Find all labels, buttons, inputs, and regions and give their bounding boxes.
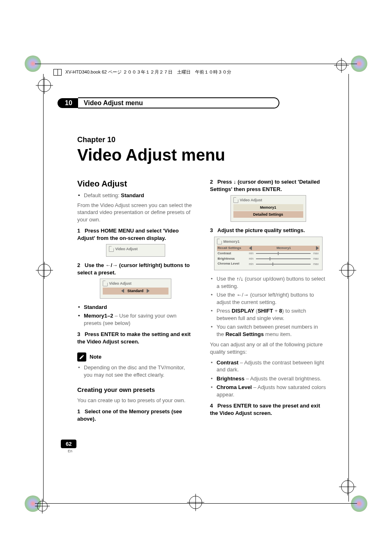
ui-row-memory1-label: Memory1 xyxy=(260,205,277,210)
preset-step-4-text: Press ENTER to save the preset and exit … xyxy=(210,403,320,416)
txt: Use the xyxy=(217,276,236,282)
note-text: Depending on the disc and the TV/monitor… xyxy=(77,364,194,378)
page-icon xyxy=(233,197,238,203)
ui-preset-value: Standard xyxy=(127,288,143,293)
step-number: 3 xyxy=(77,331,85,338)
page-title: Video Adjust menu xyxy=(77,146,326,164)
detail-recall-value: Memory1 xyxy=(254,246,314,251)
option-memory: Memory1–2 – Use for saving your own pres… xyxy=(77,312,194,327)
min-label: min xyxy=(249,257,254,260)
left-column: Video Adjust Default setting: Standard F… xyxy=(77,178,194,424)
registration-mark-icon xyxy=(341,480,354,493)
ui-mock-memory1-detail: Memory1 Recall Settings Memory1 Contrast… xyxy=(214,237,323,270)
book-icon xyxy=(53,69,62,76)
preset-step-1: 1Select one of the Memory presets (see a… xyxy=(77,408,194,422)
note-label: Note xyxy=(90,353,101,361)
step-2: 2Use the ←/→ (cursor left/right) buttons… xyxy=(77,262,194,276)
note-block: Note xyxy=(77,352,194,362)
registration-mark-icon xyxy=(336,60,347,71)
key-8: 8 xyxy=(279,308,282,314)
right-column: 2Press ↓ (cursor down) to select 'Detail… xyxy=(210,178,326,424)
registration-mark-icon xyxy=(38,79,51,92)
print-mark-color-br xyxy=(351,495,367,512)
page-icon xyxy=(109,246,114,252)
detail-label-recall: Recall Settings xyxy=(218,246,247,251)
triangle-right-icon xyxy=(316,246,319,250)
preset-step-3-text: Adjust the picture quality settings. xyxy=(217,227,305,233)
detail-label: Contrast xyxy=(218,251,247,256)
preset-step-3: 3Adjust the picture quality settings. xyxy=(210,227,326,234)
ui-mock-title: Memory1 xyxy=(224,239,240,244)
detail-row-contrast: Contrast min max xyxy=(217,251,320,256)
arrow-up-icon: ↑ xyxy=(236,276,239,282)
q-label: Brightness xyxy=(217,375,244,382)
quality-contrast: Contrast – Adjusts the contrast between … xyxy=(210,359,326,373)
step-number: 1 xyxy=(77,408,85,415)
registration-mark-icon xyxy=(38,264,51,277)
ui-mock-video-adjust-3: Video Adjust Memory1 Detailed Settings xyxy=(231,195,306,222)
arrow-right-icon: → xyxy=(112,262,118,268)
preset-step-4: 4Press ENTER to save the preset and exit… xyxy=(210,402,326,417)
hint-recall-settings: You can switch between preset numbers in… xyxy=(210,323,326,338)
default-setting-label: Default setting: xyxy=(84,192,121,198)
ui-mock-title: Video Adjust xyxy=(115,246,138,251)
max-label: max xyxy=(313,257,318,260)
slider-thumb-icon xyxy=(270,257,270,260)
pencil-icon xyxy=(79,354,85,360)
ui-preset-selector: Standard xyxy=(103,288,168,294)
detail-label: Brightness xyxy=(218,257,247,261)
arrow-left-icon: ← xyxy=(106,262,111,268)
slider-thumb-icon xyxy=(272,263,273,266)
step-2-pre: Use the xyxy=(85,262,106,268)
step-number: 1 xyxy=(77,227,85,235)
hint-cursor-updown: Use the ↑/↓ (cursor up/down) buttons to … xyxy=(210,275,326,290)
crop-line-left xyxy=(43,74,44,502)
crop-line-top xyxy=(35,64,357,64)
step-1-text: Press HOME MENU and select 'Video Adjust… xyxy=(77,228,179,241)
key-display: DISPLAY xyxy=(232,308,254,314)
preset-step-2: 2Press ↓ (cursor down) to select 'Detail… xyxy=(210,178,326,193)
registration-mark-icon xyxy=(37,501,48,511)
step-number: 2 xyxy=(77,262,85,269)
registration-mark-icon xyxy=(341,264,354,277)
detail-row-recall: Recall Settings Memory1 xyxy=(217,246,320,251)
txt: Press xyxy=(217,308,232,314)
quality-brightness: Brightness – Adjusts the overall brightn… xyxy=(210,375,326,382)
detail-label: Chroma Level xyxy=(218,262,247,266)
slider-thumb-icon xyxy=(278,252,279,255)
step-number: 4 xyxy=(210,402,217,410)
min-label: min xyxy=(249,262,254,266)
q-label: Contrast xyxy=(217,359,238,366)
txt: ( xyxy=(254,308,258,314)
registration-mark-icon xyxy=(189,496,202,509)
step-number: 3 xyxy=(210,227,217,234)
option-standard-label: Standard xyxy=(84,304,107,310)
note-pencil-icon xyxy=(77,352,86,362)
hint-display-shift8: Press DISPLAY (SHIFT + 8) to switch betw… xyxy=(210,307,326,322)
source-file-text: XV-HTD340.book 62 ページ ２００３年１２月２７日 土曜日 午前… xyxy=(65,69,231,74)
default-setting-line: Default setting: Standard xyxy=(77,192,194,199)
slider-bar xyxy=(256,253,311,254)
txt: + xyxy=(273,308,279,314)
running-head: 10Video Adjust menu xyxy=(58,97,297,108)
q-label: Chroma Level xyxy=(217,384,252,390)
ui-row-memory1: Memory1 xyxy=(233,204,303,211)
txt: menu item. xyxy=(264,331,292,337)
detail-list: Recall Settings Memory1 Contrast min max xyxy=(217,246,320,267)
ui-mock-video-adjust-1: Video Adjust xyxy=(106,244,165,257)
triangle-left-icon xyxy=(249,246,252,250)
slider-bar xyxy=(256,264,311,265)
key-shift: SHIFT xyxy=(258,308,273,314)
section-heading-video-adjust: Video Adjust xyxy=(77,178,194,189)
source-file-header: XV-HTD340.book 62 ページ ２００３年１２月２７日 土曜日 午前… xyxy=(53,69,231,76)
detail-row-brightness: Brightness min max xyxy=(217,256,320,262)
arrow-right-icon: → xyxy=(243,292,249,298)
ui-row-detailed-settings: Detailed Settings xyxy=(233,211,303,218)
triangle-right-icon xyxy=(147,289,150,293)
detail-row-chroma: Chroma Level min max xyxy=(217,261,320,267)
max-label: max xyxy=(313,251,318,255)
step-number: 2 xyxy=(210,178,217,186)
chapter-number-badge: 10 xyxy=(58,98,78,108)
ui-mock-title: Video Adjust xyxy=(109,281,132,286)
step-1: 1Press HOME MENU and select 'Video Adjus… xyxy=(77,227,194,242)
